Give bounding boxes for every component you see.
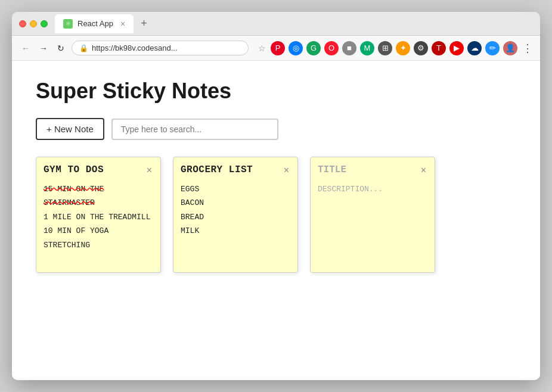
url-text: https://bk98v.codesand...: [92, 43, 178, 52]
tab-close-button[interactable]: ×: [120, 19, 125, 29]
toolbar: + New Note: [36, 118, 516, 140]
ext4-icon[interactable]: T: [432, 41, 446, 55]
ext5-icon[interactable]: ▶: [449, 41, 464, 55]
grammarly-icon[interactable]: G: [306, 41, 321, 55]
new-tab-button[interactable]: +: [138, 17, 150, 30]
medium-icon[interactable]: M: [360, 41, 374, 55]
new-note-button[interactable]: + New Note: [36, 118, 104, 140]
note-description-placeholder: Description...: [318, 185, 383, 194]
traffic-lights: [19, 20, 48, 27]
lock-icon: 🔒: [79, 44, 88, 52]
grid-icon[interactable]: ⊞: [378, 41, 392, 55]
note-title-grocery: Grocery List: [181, 164, 253, 175]
note-close-gym[interactable]: ×: [145, 164, 153, 176]
ext2-icon[interactable]: ✦: [396, 41, 410, 55]
edit-icon[interactable]: ✏: [485, 41, 500, 55]
minimize-button[interactable]: [30, 20, 37, 27]
more-button[interactable]: ⋮: [522, 42, 533, 55]
note-header-grocery: Grocery List ×: [181, 164, 290, 176]
note-line: 1 mile on the treadmill: [44, 210, 153, 224]
note-header-gym: Gym to dos ×: [44, 164, 153, 176]
address-bar: ← → ↻ 🔒 https://bk98v.codesand... ☆ P ◎ …: [12, 36, 540, 61]
note-line: 10 min of yoga stretching: [44, 224, 153, 252]
note-line: Bread: [181, 210, 290, 224]
note-card-grocery: Grocery List × Eggs Bacon Bread Milk: [173, 157, 298, 273]
note-line-text: 10 min of yoga stretching: [44, 226, 108, 249]
avatar-icon[interactable]: 👤: [503, 41, 517, 55]
maximize-button[interactable]: [41, 20, 48, 27]
note-line: Milk: [181, 224, 290, 238]
note-title-new: Title: [318, 164, 346, 175]
forward-button[interactable]: →: [37, 42, 50, 54]
note-close-grocery[interactable]: ×: [283, 164, 290, 176]
opera-icon[interactable]: O: [324, 41, 339, 55]
note-body-new: Description...: [318, 182, 427, 265]
tab-favicon: ⚛: [63, 19, 73, 29]
note-header-new: Title ×: [318, 164, 427, 176]
browser-extensions: P ◎ G O ■ M ⊞ ✦ ⚙ T ▶ ☁ ✏ 👤: [271, 41, 517, 55]
page-content: Super Sticky Notes + New Note Gym to dos…: [12, 61, 540, 380]
note-body-grocery: Eggs Bacon Bread Milk: [181, 182, 290, 265]
note-line-text: 1 mile on the treadmill: [44, 213, 150, 222]
note-line: Eggs: [181, 182, 290, 196]
note-line-text: 15 min on the stairmaster: [44, 185, 104, 207]
reload-button[interactable]: ↻: [55, 42, 67, 54]
close-button[interactable]: [19, 20, 26, 27]
pinterest-icon[interactable]: P: [271, 41, 285, 55]
note-close-new[interactable]: ×: [420, 164, 427, 176]
safari-icon[interactable]: ◎: [289, 41, 303, 55]
url-bar[interactable]: 🔒 https://bk98v.codesand...: [72, 41, 249, 55]
title-bar: ⚛ React App × +: [12, 12, 540, 36]
search-input[interactable]: [111, 119, 278, 140]
note-title-gym: Gym to dos: [44, 164, 104, 175]
browser-window: ⚛ React App × + ← → ↻ 🔒 https://bk98v.co…: [12, 12, 540, 380]
page-title: Super Sticky Notes: [36, 79, 516, 104]
bookmark-icon[interactable]: ☆: [258, 43, 266, 53]
note-card-new: Title × Description...: [310, 157, 435, 273]
note-body-gym: 15 min on the stairmaster 1 mile on the …: [44, 182, 153, 265]
ext3-icon[interactable]: ⚙: [414, 41, 428, 55]
active-tab[interactable]: ⚛ React App ×: [55, 14, 134, 33]
ext6-icon[interactable]: ☁: [467, 41, 482, 55]
note-line: Bacon: [181, 196, 290, 210]
back-button[interactable]: ←: [19, 42, 32, 54]
tab-bar: ⚛ React App × +: [55, 14, 533, 33]
ext1-icon[interactable]: ■: [342, 41, 356, 55]
notes-grid: Gym to dos × 15 min on the stairmaster 1…: [36, 157, 516, 273]
note-card-gym: Gym to dos × 15 min on the stairmaster 1…: [36, 157, 161, 273]
tab-title: React App: [77, 19, 113, 28]
note-line: 15 min on the stairmaster: [44, 182, 153, 210]
